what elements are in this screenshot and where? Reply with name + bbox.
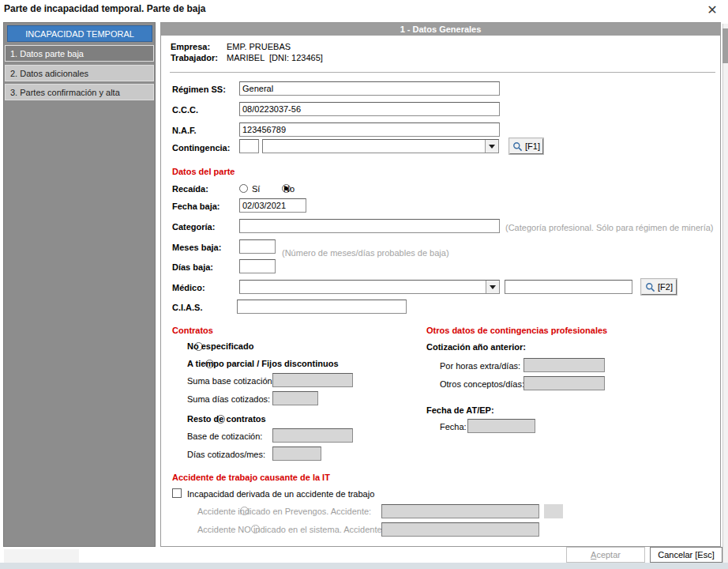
sidebar-item-partes-confirmacion[interactable]: 3. Partes confirmación y alta [5,84,154,100]
horas-extra-label: Por horas extra/días: [440,360,520,371]
bottom-strip [0,563,728,569]
fecha-baja-label: Fecha baja: [172,201,220,212]
meses-baja-label: Meses baja: [172,242,221,253]
contingencia-selected-value [263,140,485,153]
dias-baja-input[interactable] [239,259,276,273]
section-divider [170,72,715,73]
prevengos-label: Accidente indicado en Prevengos. Acciden… [197,506,371,517]
categoria-note: (Categoría profesional. Sólo para régime… [505,222,714,233]
fecha-atep-input [467,419,535,433]
accidente-checkbox-label: Incapacidad derivada de un accidente de … [187,488,374,499]
panel-title: 1 - Datos Generales [161,23,720,36]
suma-dias-label: Suma días cotizados: [187,394,270,405]
fecha-atep-heading: Fecha de AT/EP: [426,405,494,416]
contingencia-code-input[interactable] [239,139,259,153]
chevron-down-icon[interactable] [486,281,499,293]
no-sistema-label: Accidente NO indicado en el sistema. Acc… [197,524,385,535]
categoria-input[interactable] [239,219,500,233]
categoria-label: Categoría: [172,221,215,232]
cias-input[interactable] [237,300,407,314]
medico-code-input[interactable] [505,280,632,294]
otros-datos-heading: Otros datos de contingencias profesional… [426,325,607,336]
base-cotizacion-label: Base de cotización: [187,431,262,442]
sidebar-item-datos-parte-baja[interactable]: 1. Datos parte baja [5,45,154,62]
accidente-heading: Accidente de trabajo causante de la IT [172,472,330,483]
search-icon [645,282,655,292]
regimen-input[interactable] [239,81,500,96]
chevron-down-icon[interactable] [485,140,498,153]
contrato-tiempo-parcial-label: A tiempo parcial / Fijos discontinuos [187,358,339,369]
recaida-no-label: No [283,183,295,194]
fecha-baja-input[interactable] [239,198,306,213]
datos-parte-heading: Datos del parte [172,166,235,177]
search-icon [512,141,523,152]
recaida-label: Recaída: [172,183,208,194]
medico-selected-value [240,281,486,293]
trabajador-value: MARIBEL [DNI: 123465] [227,52,323,63]
dias-cotizados-mes-label: Días cotizados/mes: [187,449,265,460]
recaida-si-radio[interactable] [239,184,248,193]
ccc-input[interactable] [239,102,500,116]
contingencia-search-button[interactable]: [F1] [509,138,543,154]
empresa-value: EMP. PRUEBAS [227,41,291,52]
contingencia-label: Contingencia: [172,142,230,153]
incapacidad-temporal-window: Parte de incapacidad temporal. Parte de … [0,0,728,569]
empresa-label: Empresa: [171,41,210,52]
cotizacion-anterior-heading: Cotización año anterior: [426,341,526,352]
naf-label: N.A.F. [172,125,197,136]
sidebar-header: INCAPACIDAD TEMPORAL [7,25,152,42]
prevengos-input [381,504,539,518]
otros-conceptos-label: Otros conceptos/días: [440,379,524,390]
no-sistema-input [381,522,539,537]
medico-label: Médico: [172,282,205,293]
sidebar-footer-spacer [4,549,79,563]
medico-select[interactable] [239,280,500,294]
fecha-label: Fecha: [440,421,467,432]
contrato-no-especificado-label: No especificado [187,341,253,352]
dias-baja-label: Días baja: [172,262,213,273]
cancelar-button-label: Cancelar [Esc] [658,549,715,560]
dias-cotizados-mes-input [272,447,321,461]
ccc-label: C.C.C. [172,104,198,115]
suma-dias-input [272,391,318,405]
sidebar [3,22,156,547]
vertical-scrollbar[interactable] [722,24,728,563]
window-title: Parte de incapacidad temporal. Parte de … [4,3,205,14]
f2-shortcut-label: [F2] [658,281,673,292]
aceptar-button-label: Aceptar [591,549,621,560]
accidente-checkbox[interactable] [172,488,182,498]
suma-base-input [272,373,353,387]
naf-input[interactable] [239,122,500,137]
prevengos-browse-button[interactable] [544,504,563,518]
sidebar-item-datos-adicionales[interactable]: 2. Datos adicionales [5,65,154,81]
vertical-scrollbar-thumb[interactable] [722,28,728,63]
medico-search-button[interactable]: [F2] [641,279,677,295]
meses-baja-note: (Número de meses/días probables de baja) [282,247,449,258]
cancelar-button[interactable]: Cancelar [Esc] [650,547,722,563]
trabajador-label: Trabajador: [171,52,218,63]
recaida-si-label: Sí [252,183,260,194]
suma-base-label: Suma base cotización: [187,375,275,386]
f1-shortcut-label: [F1] [525,141,540,152]
regimen-label: Régimen SS: [172,84,226,95]
aceptar-button[interactable]: Aceptar [566,547,645,563]
base-cotizacion-input [272,428,353,443]
horas-extra-input [523,358,605,372]
otros-conceptos-input [523,376,605,390]
meses-baja-input[interactable] [239,239,276,254]
contingencia-select[interactable] [262,139,499,153]
cias-label: C.I.A.S. [172,302,203,313]
contrato-resto-label: Resto de contratos [187,413,266,424]
contratos-heading: Contratos [172,325,213,336]
close-icon[interactable]: ✕ [703,1,722,18]
